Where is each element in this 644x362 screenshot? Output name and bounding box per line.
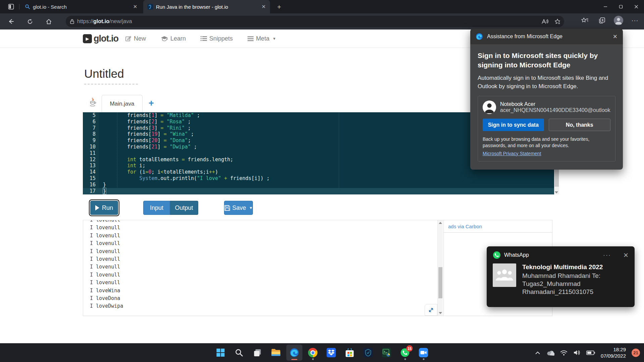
- privacy-statement-link[interactable]: Microsoft Privacy Statement: [483, 151, 541, 156]
- code-text: int i;: [99, 163, 145, 169]
- wifi-icon[interactable]: [560, 350, 568, 356]
- output-line: I lovenull: [90, 248, 437, 255]
- close-icon[interactable]: [629, 0, 644, 13]
- line-number: 8: [83, 131, 99, 137]
- floppy-icon: [224, 205, 230, 211]
- notification-count-badge[interactable]: 21: [632, 349, 640, 357]
- dropbox-icon[interactable]: [323, 345, 339, 361]
- popup-body: Sign in to Microsoft sites quickly by si…: [470, 44, 623, 170]
- close-icon[interactable]: ✕: [613, 33, 618, 40]
- save-button[interactable]: Save ▼: [224, 201, 253, 215]
- nav-item-meta[interactable]: Meta ▼: [248, 35, 276, 42]
- close-tab-icon[interactable]: ✕: [132, 4, 138, 10]
- search-icon[interactable]: [231, 345, 247, 361]
- scroll-down-icon[interactable]: [439, 312, 442, 314]
- output-button[interactable]: Output: [170, 201, 198, 215]
- new-tab-icon[interactable]: ＋: [275, 3, 283, 10]
- tab-actions-icon[interactable]: [7, 3, 15, 11]
- dark-app-icon[interactable]: [360, 345, 376, 361]
- battery-icon[interactable]: [586, 351, 595, 355]
- output-line: I lovenull: [90, 263, 437, 271]
- minimize-icon[interactable]: [598, 0, 613, 13]
- sign-in-button[interactable]: Sign in to sync data: [483, 119, 544, 131]
- url-text[interactable]: https://glot.io/new/java: [77, 18, 132, 24]
- whatsapp-notification[interactable]: WhatsApp ··· ✕ Teknologi Multimedia 2022…: [487, 246, 635, 307]
- home-icon[interactable]: [43, 16, 54, 27]
- code-line-16[interactable]: 16}: [83, 182, 554, 188]
- onedrive-icon[interactable]: [546, 350, 554, 356]
- add-favorite-icon[interactable]: [554, 18, 561, 25]
- play-icon: [95, 205, 99, 210]
- account-card: Notebook Acer acer_NHQENSN0041490DDE3340…: [478, 96, 615, 162]
- taskbar-clock[interactable]: 18:29 07/09/2022: [601, 346, 626, 359]
- add-file-button[interactable]: +: [149, 98, 154, 109]
- more-options-icon[interactable]: ···: [603, 252, 611, 259]
- microsoft-store-icon[interactable]: [342, 345, 358, 361]
- chevron-up-icon[interactable]: [535, 351, 540, 354]
- back-icon[interactable]: [5, 16, 17, 27]
- code-line-17[interactable]: 17}: [83, 188, 554, 194]
- output-scrollbar[interactable]: [437, 220, 443, 316]
- scroll-up-icon[interactable]: [439, 222, 442, 224]
- notification-line: Tugas2_Muhammad: [522, 280, 603, 288]
- line-number: 15: [83, 175, 99, 182]
- edit-icon: [125, 36, 131, 42]
- whatsapp-taskbar-icon[interactable]: 15: [397, 345, 413, 361]
- line-number: 7: [83, 125, 99, 131]
- ads-via-carbon-link[interactable]: ads via Carbon: [448, 224, 482, 229]
- file-tab-main-java[interactable]: Main.java: [102, 95, 143, 113]
- no-thanks-button[interactable]: No, thanks: [549, 119, 611, 131]
- scroll-down-icon[interactable]: [555, 191, 558, 193]
- task-view-icon[interactable]: [250, 345, 266, 361]
- output-line: I lovenull: [90, 279, 437, 287]
- profile-avatar[interactable]: [614, 16, 623, 25]
- nav-item-new[interactable]: New: [125, 35, 146, 42]
- volume-icon[interactable]: [573, 350, 581, 356]
- read-aloud-icon[interactable]: [541, 18, 549, 24]
- edge-logo-icon: [476, 33, 483, 40]
- file-explorer-icon[interactable]: [268, 345, 284, 361]
- output-panel: I lovenullI lovenullI lovenullI lovenull…: [83, 220, 552, 316]
- python-terminal-icon[interactable]: [379, 345, 395, 361]
- line-number: 6: [83, 119, 99, 125]
- popup-heading: Sign in to Microsoft sites quickly by si…: [478, 51, 615, 70]
- nav-item-learn[interactable]: Learn: [161, 35, 186, 42]
- maximize-icon[interactable]: [613, 0, 629, 13]
- account-name: Notebook Acer: [500, 101, 611, 107]
- input-button[interactable]: Input: [143, 201, 170, 215]
- refresh-icon[interactable]: [24, 16, 36, 27]
- close-tab-icon[interactable]: ✕: [261, 4, 267, 10]
- code-line-15[interactable]: 15 System.out.println("I love" + friends…: [83, 175, 554, 182]
- favorites-icon[interactable]: [579, 15, 590, 26]
- output-scrollbar-thumb[interactable]: [438, 267, 442, 298]
- line-number: 16: [83, 182, 99, 188]
- code-text: friends[19] = "Wina" ;: [99, 131, 194, 137]
- expand-output-button[interactable]: [425, 304, 437, 316]
- code-text: [99, 150, 103, 157]
- edge-icon[interactable]: [286, 345, 303, 361]
- collections-icon[interactable]: [596, 15, 608, 26]
- line-number: 9: [83, 137, 99, 144]
- chrome-icon[interactable]: [305, 345, 321, 361]
- glot-favicon: [147, 4, 153, 10]
- run-button[interactable]: Run: [90, 201, 118, 215]
- output-line: I loveDona: [90, 295, 437, 302]
- settings-menu-icon[interactable]: ···: [629, 15, 641, 26]
- input-output-toggle: Input Output: [143, 201, 198, 215]
- output-line: I lovenull: [90, 220, 437, 224]
- nav-item-snippets[interactable]: Snippets: [201, 35, 233, 42]
- line-number: 5: [83, 112, 99, 119]
- address-bar[interactable]: https://glot.io/new/java: [66, 16, 564, 27]
- close-icon[interactable]: ✕: [623, 251, 629, 259]
- java-coffee-icon: [89, 98, 97, 107]
- document-title[interactable]: Untitled: [84, 67, 124, 80]
- code-line-14[interactable]: 14 for (i=0; i<totalElements;i++): [83, 169, 554, 175]
- output-lines: I lovenullI lovenullI lovenullI lovenull…: [83, 220, 437, 316]
- zoom-icon[interactable]: [416, 345, 432, 361]
- site-logo[interactable]: ▶ glot.io: [83, 34, 118, 44]
- tab-glot-search[interactable]: glot.io - Search ✕: [21, 0, 142, 13]
- lock-icon[interactable]: [70, 19, 74, 24]
- code-text: friends[1] = "Matilda" ;: [99, 112, 200, 119]
- tab-run-java[interactable]: Run Java in the browser - glot.io ✕: [143, 0, 270, 13]
- start-icon[interactable]: [213, 345, 229, 361]
